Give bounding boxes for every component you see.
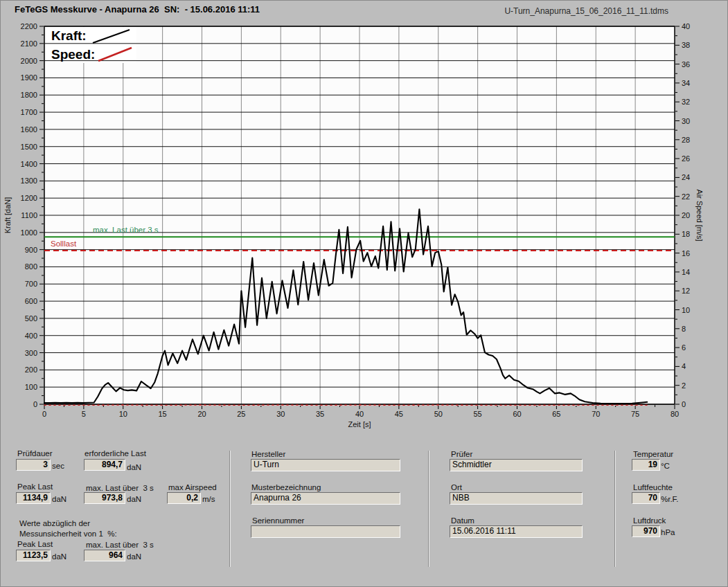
x-tick-label: 55 <box>474 410 482 418</box>
x-tick-label: 10 <box>119 410 127 418</box>
pruefdauer-unit: sec <box>52 462 64 470</box>
luftdruck-unit: hPa <box>661 528 675 536</box>
pruefer-input[interactable]: Schmidtler <box>450 459 583 471</box>
luftdruck-input[interactable]: 970 <box>632 525 660 537</box>
reference-line-label: Solllast <box>51 240 77 248</box>
y-left-tick-label: 1700 <box>21 108 37 116</box>
hersteller-input[interactable]: U-Turn <box>251 459 400 471</box>
y-left-tick-label: 1100 <box>21 211 37 219</box>
measurement-chart: 05101520253035404550556065707580Zeit [s]… <box>1 1 728 438</box>
max-airspeed-label: max Airspeed <box>168 483 217 491</box>
y-right-tick-label: 34 <box>682 79 690 87</box>
max-last-3s-input[interactable]: 973,8 <box>84 492 125 504</box>
max-last-3s-net-input[interactable]: 964 <box>84 550 125 561</box>
x-tick-label: 35 <box>316 410 324 418</box>
seriennummer-input[interactable] <box>251 525 400 538</box>
y-left-tick-label: 1800 <box>21 91 37 99</box>
y-right-tick-label: 30 <box>682 117 690 125</box>
luftdruck-label: Luftdruck <box>633 516 666 525</box>
x-tick-label: 80 <box>671 410 679 418</box>
uncertainty-note-line2: Messunsicherheit von 1 %: <box>19 530 117 538</box>
temperatur-label: Temperatur <box>633 450 673 458</box>
y-left-tick-label: 300 <box>25 349 37 357</box>
y-left-tick-label: 800 <box>25 262 37 271</box>
luftfeuchte-unit: %r.F. <box>661 495 679 503</box>
y-left-tick-label: 0 <box>33 400 37 408</box>
y-right-axis-title: Air Speed [m/s] <box>695 189 704 241</box>
y-right-tick-label: 40 <box>682 22 690 30</box>
y-right-tick-label: 18 <box>682 230 690 238</box>
luftfeuchte-label: Luftfeuchte <box>633 483 673 491</box>
y-right-tick-label: 2 <box>682 381 686 390</box>
form-separator-3 <box>614 451 616 567</box>
max-last-3s-label: max. Last über 3 s <box>86 484 154 492</box>
musterbezeichnung-input[interactable]: Anapurna 26 <box>251 492 400 505</box>
luftfeuchte-input[interactable]: 70 <box>632 492 660 504</box>
y-left-tick-label: 900 <box>25 246 37 254</box>
x-tick-label: 30 <box>276 410 285 418</box>
temperatur-unit: °C <box>661 462 670 470</box>
datum-input[interactable]: 15.06.2016 11:11 <box>450 525 583 538</box>
ort-label: Ort <box>451 483 462 491</box>
max-last-3s-net-label: max. Last über 3 s <box>86 541 154 549</box>
x-tick-label: 0 <box>42 410 46 418</box>
hersteller-label: Hersteller <box>251 450 285 458</box>
x-tick-label: 70 <box>592 410 600 418</box>
x-tick-label: 40 <box>355 410 364 418</box>
ort-input[interactable]: NBB <box>450 492 583 505</box>
y-right-tick-label: 14 <box>682 268 690 276</box>
uncertainty-note-line1: Werte abzüglich der <box>19 519 90 527</box>
y-left-tick-label: 1000 <box>21 228 37 237</box>
y-right-tick-label: 22 <box>682 192 690 201</box>
pruefer-label: Prüfer <box>451 450 472 458</box>
max-last-3s-unit: daN <box>127 495 141 503</box>
y-left-tick-label: 400 <box>25 332 37 340</box>
y-right-tick-label: 0 <box>682 400 686 408</box>
x-tick-label: 65 <box>552 410 560 418</box>
x-tick-label: 75 <box>631 410 639 418</box>
y-left-tick-label: 2100 <box>21 39 37 48</box>
x-tick-label: 50 <box>434 410 443 418</box>
y-left-tick-label: 700 <box>25 280 37 288</box>
y-right-tick-label: 24 <box>682 173 690 181</box>
x-tick-label: 25 <box>237 410 245 418</box>
x-tick-label: 60 <box>513 410 521 418</box>
erforderliche-last-unit: daN <box>127 463 141 471</box>
reference-line-label: max. Last über 3 s <box>93 226 159 234</box>
temperatur-input[interactable]: 19 <box>632 459 660 471</box>
y-right-tick-label: 26 <box>682 154 690 163</box>
y-left-tick-label: 200 <box>25 365 37 374</box>
peak-last-net-input[interactable]: 1123,5 <box>16 550 51 561</box>
y-right-tick-label: 28 <box>682 136 690 144</box>
max-airspeed-input[interactable]: 0,2 <box>167 492 201 504</box>
x-tick-label: 45 <box>395 410 403 418</box>
y-right-tick-label: 10 <box>682 306 690 314</box>
y-left-tick-label: 1400 <box>21 160 37 168</box>
y-right-tick-label: 36 <box>682 60 690 69</box>
pruefdauer-input[interactable]: 3 <box>16 459 51 471</box>
seriennummer-label: Seriennummer <box>252 516 304 525</box>
peak-last-net-unit: daN <box>52 552 66 561</box>
x-tick-label: 20 <box>197 410 206 418</box>
max-airspeed-unit: m/s <box>202 495 215 503</box>
y-right-tick-label: 4 <box>682 362 686 370</box>
y-right-tick-label: 32 <box>682 98 690 106</box>
y-left-tick-label: 600 <box>25 297 37 305</box>
peak-last-label: Peak Last <box>17 482 53 491</box>
max-last-3s-net-unit: daN <box>127 552 141 561</box>
form-separator-2 <box>428 451 429 567</box>
y-left-tick-label: 1900 <box>21 73 37 82</box>
erforderliche-last-input[interactable]: 894,7 <box>84 459 125 471</box>
form-separator-1 <box>229 451 231 567</box>
y-left-tick-label: 500 <box>25 314 37 323</box>
y-left-tick-label: 1200 <box>21 194 37 202</box>
y-left-tick-label: 1500 <box>21 143 37 151</box>
peak-last-input[interactable]: 1134,9 <box>16 492 51 504</box>
y-left-tick-label: 2000 <box>21 57 37 65</box>
pruefdauer-label: Prüfdauer <box>17 449 53 458</box>
erforderliche-last-label: erforderliche Last <box>85 449 146 458</box>
y-right-tick-label: 12 <box>682 287 690 295</box>
y-left-tick-label: 100 <box>25 383 37 391</box>
y-right-tick-label: 6 <box>682 343 686 352</box>
peak-last-net-label: Peak Last <box>17 540 53 548</box>
